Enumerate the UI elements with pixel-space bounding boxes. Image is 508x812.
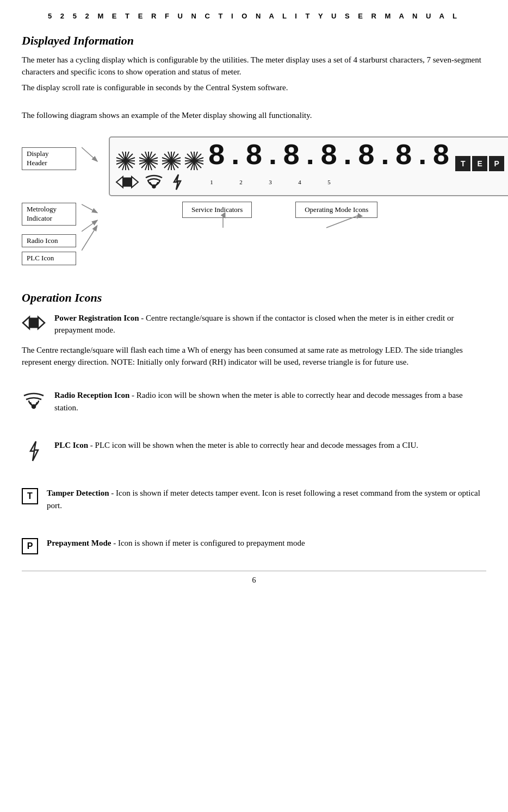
radio-reception-row: Radio Reception Icon - Radio icon will b… — [22, 389, 486, 414]
svg-marker-44 — [38, 317, 45, 329]
seg-num-5: 5 — [314, 178, 344, 187]
plc-icon-box: PLC Icon — [22, 252, 76, 265]
svg-line-41 — [326, 215, 359, 228]
svg-rect-37 — [123, 178, 132, 186]
svg-point-39 — [153, 185, 156, 188]
meter-diagram: DisplayHeader MetrologyIndicator Radio I… — [22, 131, 486, 271]
seven-segment-group: 8.8.8.8.8.8.8 — [208, 142, 451, 171]
display-top-area: 8.8.8.8.8.8.8 T E P — [115, 142, 504, 171]
power-registration-icon — [115, 173, 139, 191]
seg-num-4: 4 — [285, 178, 314, 187]
seg-display-chars: 8.8.8.8.8.8.8 — [208, 142, 451, 171]
displayed-para2: The display scroll rate is configurable … — [22, 82, 486, 94]
starburst-group — [115, 151, 205, 171]
page-title: 5 2 5 2 M E T E R F U N C T I O N A L I … — [22, 11, 486, 22]
svg-marker-38 — [132, 177, 138, 188]
starburst-4 — [184, 151, 205, 171]
svg-line-0 — [82, 147, 97, 161]
radio-icon-svg — [144, 173, 164, 191]
tamper-desc: - Icon is shown if meter detects tamper … — [47, 489, 480, 510]
page-footer: 6 — [22, 571, 486, 586]
metrology-indicator-box: MetrologyIndicator — [22, 203, 76, 226]
arrow-lines — [82, 131, 98, 294]
plc-icon-row: PLC Icon - PLC icon will be shown when t… — [22, 439, 486, 462]
radio-icon-box: Radio Icon — [22, 234, 76, 248]
prepay-p-box: P — [22, 538, 38, 554]
plc-icon-large — [22, 440, 46, 462]
plc-text: PLC Icon - PLC icon will be shown when t… — [54, 439, 418, 452]
starburst-row — [115, 151, 205, 171]
starburst-2 — [138, 151, 159, 171]
tep-boxes-group: T E P — [455, 156, 504, 171]
plc-label: PLC Icon — [54, 441, 88, 449]
power-reg-icon-large — [22, 313, 46, 333]
footer-page-number: 6 — [252, 576, 256, 584]
seg-num-3: 3 — [256, 178, 285, 187]
display-header-box: DisplayHeader — [22, 147, 76, 170]
display-bottom-icons-row: 1 2 3 4 5 — [115, 173, 504, 191]
tamper-label: Tamper Detection — [47, 489, 109, 497]
displayed-para1: The meter has a cycling display which is… — [22, 54, 486, 78]
tamper-t-box: T — [22, 488, 38, 504]
prepay-desc: - Icon is shown if meter is configured t… — [111, 539, 305, 547]
power-reg-label: Power Registration Icon — [54, 314, 139, 322]
tep-e-box: E — [472, 156, 487, 171]
svg-point-45 — [32, 405, 35, 408]
centre-rect-para: The Centre rectangle/square will flash e… — [22, 344, 486, 368]
prepay-label: Prepayment Mode — [47, 539, 111, 547]
tep-t-box: T — [455, 156, 470, 171]
tamper-row: T Tamper Detection - Icon is shown if me… — [22, 487, 486, 511]
radio-reception-icon-large — [22, 390, 46, 412]
radio-rec-label: Radio Reception Icon — [54, 391, 129, 399]
plc-icon-svg — [169, 173, 186, 191]
prepay-text: Prepayment Mode - Icon is shown if meter… — [47, 537, 305, 549]
bottom-arrow-svg — [98, 213, 402, 229]
svg-rect-43 — [29, 318, 38, 328]
tamper-text: Tamper Detection - Icon is shown if mete… — [47, 487, 486, 511]
radio-rec-text: Radio Reception Icon - Radio icon will b… — [54, 389, 486, 414]
power-reg-row: Power Registration Icon - Centre rectang… — [22, 312, 486, 336]
starburst-3 — [161, 151, 182, 171]
section-heading-displayed: Displayed Information — [22, 32, 486, 49]
plc-desc: - PLC icon will be shown when the meter … — [88, 441, 418, 449]
power-reg-text: Power Registration Icon - Centre rectang… — [54, 312, 486, 336]
segment-numbers-row: 1 2 3 4 5 — [195, 178, 344, 187]
seg-num-2: 2 — [226, 178, 256, 187]
prepay-row: P Prepayment Mode - Icon is shown if met… — [22, 537, 486, 554]
starburst-1 — [115, 151, 136, 171]
displayed-para3: The following diagram shows an example o… — [22, 109, 486, 122]
svg-marker-36 — [116, 177, 123, 188]
display-panel: 8.8.8.8.8.8.8 T E P — [109, 136, 508, 196]
tep-p-box: P — [489, 156, 504, 171]
seg-num-1: 1 — [197, 178, 226, 187]
svg-line-1 — [82, 204, 97, 213]
svg-marker-42 — [23, 317, 29, 329]
